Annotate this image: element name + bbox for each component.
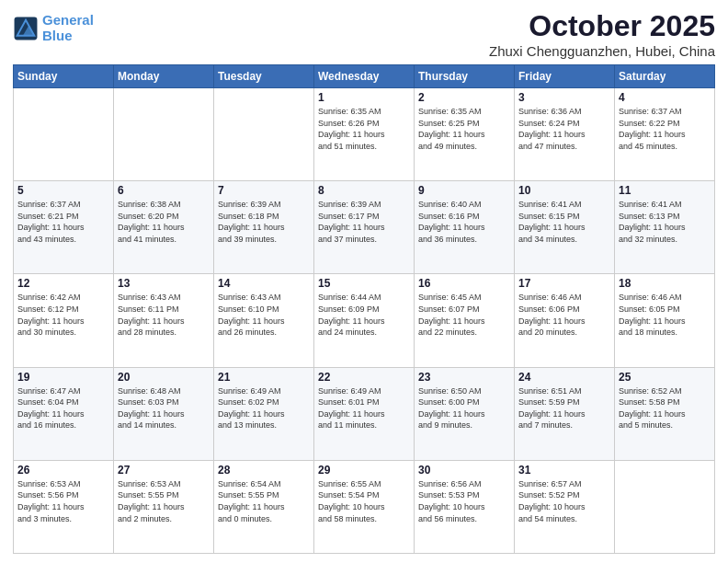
day-info: Sunrise: 6:46 AM Sunset: 6:06 PM Dayligh… xyxy=(518,292,610,338)
day-info: Sunrise: 6:45 AM Sunset: 6:07 PM Dayligh… xyxy=(418,292,510,338)
logo: General Blue xyxy=(13,13,94,43)
table-row: 12Sunrise: 6:42 AM Sunset: 6:12 PM Dayli… xyxy=(14,274,114,367)
day-info: Sunrise: 6:39 AM Sunset: 6:18 PM Dayligh… xyxy=(218,199,310,245)
calendar-week-2: 5Sunrise: 6:37 AM Sunset: 6:21 PM Daylig… xyxy=(14,181,715,274)
day-info: Sunrise: 6:52 AM Sunset: 5:58 PM Dayligh… xyxy=(619,385,711,431)
day-info: Sunrise: 6:55 AM Sunset: 5:54 PM Dayligh… xyxy=(318,478,410,524)
day-number: 22 xyxy=(318,371,410,384)
day-info: Sunrise: 6:48 AM Sunset: 6:03 PM Dayligh… xyxy=(118,385,210,431)
table-row: 1Sunrise: 6:35 AM Sunset: 6:26 PM Daylig… xyxy=(314,88,415,181)
day-info: Sunrise: 6:39 AM Sunset: 6:17 PM Dayligh… xyxy=(318,199,410,245)
col-monday: Monday xyxy=(114,65,214,88)
day-number: 21 xyxy=(218,371,310,384)
table-row: 6Sunrise: 6:38 AM Sunset: 6:20 PM Daylig… xyxy=(114,181,214,274)
table-row xyxy=(114,88,214,181)
table-row: 13Sunrise: 6:43 AM Sunset: 6:11 PM Dayli… xyxy=(114,274,214,367)
table-row: 4Sunrise: 6:37 AM Sunset: 6:22 PM Daylig… xyxy=(615,88,715,181)
day-info: Sunrise: 6:37 AM Sunset: 6:22 PM Dayligh… xyxy=(619,106,711,152)
table-row: 7Sunrise: 6:39 AM Sunset: 6:18 PM Daylig… xyxy=(214,181,314,274)
day-number: 28 xyxy=(218,464,310,477)
logo-line2: Blue xyxy=(42,28,73,43)
day-number: 5 xyxy=(17,184,109,197)
table-row: 8Sunrise: 6:39 AM Sunset: 6:17 PM Daylig… xyxy=(314,181,415,274)
logo-icon xyxy=(13,16,39,41)
day-number: 18 xyxy=(619,277,711,290)
day-info: Sunrise: 6:47 AM Sunset: 6:04 PM Dayligh… xyxy=(17,385,109,431)
calendar-week-5: 26Sunrise: 6:53 AM Sunset: 5:56 PM Dayli… xyxy=(14,460,715,553)
table-row xyxy=(615,460,715,553)
table-row: 22Sunrise: 6:49 AM Sunset: 6:01 PM Dayli… xyxy=(314,367,415,460)
header: General Blue October 2025 Zhuxi Chenggua… xyxy=(13,9,715,59)
col-sunday: Sunday xyxy=(14,65,114,88)
day-info: Sunrise: 6:51 AM Sunset: 5:59 PM Dayligh… xyxy=(518,385,610,431)
table-row: 17Sunrise: 6:46 AM Sunset: 6:06 PM Dayli… xyxy=(515,274,615,367)
day-info: Sunrise: 6:56 AM Sunset: 5:53 PM Dayligh… xyxy=(418,478,510,524)
day-number: 20 xyxy=(118,371,210,384)
day-info: Sunrise: 6:43 AM Sunset: 6:10 PM Dayligh… xyxy=(218,292,310,338)
day-number: 23 xyxy=(418,371,510,384)
col-tuesday: Tuesday xyxy=(214,65,314,88)
day-number: 17 xyxy=(518,277,610,290)
table-row xyxy=(14,88,114,181)
day-number: 24 xyxy=(518,371,610,384)
table-row: 18Sunrise: 6:46 AM Sunset: 6:05 PM Dayli… xyxy=(615,274,715,367)
logo-line1: General xyxy=(42,12,94,28)
calendar-week-1: 1Sunrise: 6:35 AM Sunset: 6:26 PM Daylig… xyxy=(14,88,715,181)
day-info: Sunrise: 6:43 AM Sunset: 6:11 PM Dayligh… xyxy=(118,292,210,338)
day-number: 31 xyxy=(518,464,610,477)
day-number: 1 xyxy=(318,91,410,104)
day-info: Sunrise: 6:42 AM Sunset: 6:12 PM Dayligh… xyxy=(17,292,109,338)
day-info: Sunrise: 6:38 AM Sunset: 6:20 PM Dayligh… xyxy=(118,199,210,245)
table-row: 5Sunrise: 6:37 AM Sunset: 6:21 PM Daylig… xyxy=(14,181,114,274)
day-number: 9 xyxy=(418,184,510,197)
day-info: Sunrise: 6:37 AM Sunset: 6:21 PM Dayligh… xyxy=(17,199,109,245)
day-info: Sunrise: 6:53 AM Sunset: 5:55 PM Dayligh… xyxy=(118,478,210,524)
day-number: 16 xyxy=(418,277,510,290)
col-friday: Friday xyxy=(515,65,615,88)
calendar-week-3: 12Sunrise: 6:42 AM Sunset: 6:12 PM Dayli… xyxy=(14,274,715,367)
calendar-table: Sunday Monday Tuesday Wednesday Thursday… xyxy=(13,64,715,554)
table-row: 23Sunrise: 6:50 AM Sunset: 6:00 PM Dayli… xyxy=(415,367,515,460)
table-row: 9Sunrise: 6:40 AM Sunset: 6:16 PM Daylig… xyxy=(415,181,515,274)
day-number: 25 xyxy=(619,371,711,384)
table-row: 24Sunrise: 6:51 AM Sunset: 5:59 PM Dayli… xyxy=(515,367,615,460)
day-number: 14 xyxy=(218,277,310,290)
day-number: 13 xyxy=(118,277,210,290)
day-info: Sunrise: 6:53 AM Sunset: 5:56 PM Dayligh… xyxy=(17,478,109,524)
day-info: Sunrise: 6:46 AM Sunset: 6:05 PM Dayligh… xyxy=(619,292,711,338)
day-number: 8 xyxy=(318,184,410,197)
day-info: Sunrise: 6:35 AM Sunset: 6:25 PM Dayligh… xyxy=(418,106,510,152)
table-row: 20Sunrise: 6:48 AM Sunset: 6:03 PM Dayli… xyxy=(114,367,214,460)
table-row: 11Sunrise: 6:41 AM Sunset: 6:13 PM Dayli… xyxy=(615,181,715,274)
table-row: 30Sunrise: 6:56 AM Sunset: 5:53 PM Dayli… xyxy=(415,460,515,553)
table-row: 2Sunrise: 6:35 AM Sunset: 6:25 PM Daylig… xyxy=(415,88,515,181)
day-info: Sunrise: 6:49 AM Sunset: 6:01 PM Dayligh… xyxy=(318,385,410,431)
col-thursday: Thursday xyxy=(415,65,515,88)
day-number: 7 xyxy=(218,184,310,197)
day-number: 29 xyxy=(318,464,410,477)
page: General Blue October 2025 Zhuxi Chenggua… xyxy=(0,0,728,563)
day-info: Sunrise: 6:41 AM Sunset: 6:13 PM Dayligh… xyxy=(619,199,711,245)
table-row: 14Sunrise: 6:43 AM Sunset: 6:10 PM Dayli… xyxy=(214,274,314,367)
table-row xyxy=(214,88,314,181)
header-row: Sunday Monday Tuesday Wednesday Thursday… xyxy=(14,65,715,88)
day-info: Sunrise: 6:35 AM Sunset: 6:26 PM Dayligh… xyxy=(318,106,410,152)
day-number: 27 xyxy=(118,464,210,477)
day-info: Sunrise: 6:50 AM Sunset: 6:00 PM Dayligh… xyxy=(418,385,510,431)
day-number: 6 xyxy=(118,184,210,197)
table-row: 31Sunrise: 6:57 AM Sunset: 5:52 PM Dayli… xyxy=(515,460,615,553)
table-row: 19Sunrise: 6:47 AM Sunset: 6:04 PM Dayli… xyxy=(14,367,114,460)
table-row: 28Sunrise: 6:54 AM Sunset: 5:55 PM Dayli… xyxy=(214,460,314,553)
table-row: 15Sunrise: 6:44 AM Sunset: 6:09 PM Dayli… xyxy=(314,274,415,367)
day-info: Sunrise: 6:41 AM Sunset: 6:15 PM Dayligh… xyxy=(518,199,610,245)
day-info: Sunrise: 6:54 AM Sunset: 5:55 PM Dayligh… xyxy=(218,478,310,524)
table-row: 26Sunrise: 6:53 AM Sunset: 5:56 PM Dayli… xyxy=(14,460,114,553)
day-info: Sunrise: 6:57 AM Sunset: 5:52 PM Dayligh… xyxy=(518,478,610,524)
day-number: 30 xyxy=(418,464,510,477)
day-number: 3 xyxy=(518,91,610,104)
day-number: 10 xyxy=(518,184,610,197)
col-saturday: Saturday xyxy=(615,65,715,88)
table-row: 25Sunrise: 6:52 AM Sunset: 5:58 PM Dayli… xyxy=(615,367,715,460)
day-info: Sunrise: 6:40 AM Sunset: 6:16 PM Dayligh… xyxy=(418,199,510,245)
calendar-week-4: 19Sunrise: 6:47 AM Sunset: 6:04 PM Dayli… xyxy=(14,367,715,460)
